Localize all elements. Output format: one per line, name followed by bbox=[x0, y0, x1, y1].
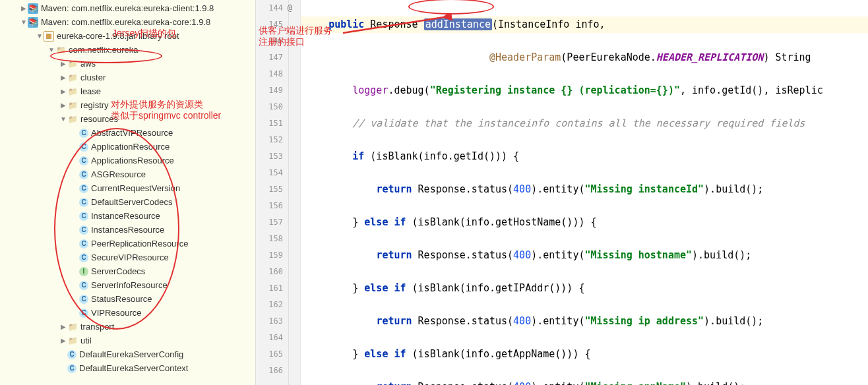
code-line[interactable]: return Response.status(400).entity("Miss… bbox=[301, 181, 868, 198]
tree-class[interactable]: CDefaultEurekaServerConfig bbox=[0, 347, 255, 361]
tree-lib[interactable]: ▶ Maven: com.netflix.eureka:eureka-clien… bbox=[0, 1, 255, 15]
code-line[interactable]: return Response.status(400).entity("Miss… bbox=[301, 313, 868, 330]
expand-arrow-icon[interactable]: ▶ bbox=[59, 323, 67, 330]
tree-package[interactable]: ▶aws bbox=[0, 57, 255, 71]
line-number: 164 bbox=[256, 330, 283, 346]
tree-label: ApplicationsResource bbox=[91, 156, 174, 165]
expand-arrow-icon[interactable]: ▼ bbox=[47, 46, 55, 53]
expand-arrow-icon[interactable]: ▼ bbox=[36, 32, 44, 40]
tree-label: VIPResource bbox=[91, 308, 142, 318]
package-icon bbox=[67, 100, 78, 111]
tree-jar[interactable]: ▼ eureka-core-1.9.8.jar library root bbox=[0, 29, 255, 43]
project-tree[interactable]: ▶ Maven: com.netflix.eureka:eureka-clien… bbox=[0, 0, 256, 385]
class-icon: C bbox=[79, 170, 88, 179]
package-icon bbox=[55, 45, 66, 55]
highlighted-method: addInstance bbox=[424, 18, 492, 30]
code-editor[interactable]: 144@145146147148149150151152153154155156… bbox=[256, 0, 868, 385]
tree-class[interactable]: CAbstractVIPResource bbox=[0, 126, 255, 140]
tree-class[interactable]: CPeerReplicationResource bbox=[0, 237, 255, 251]
code-line[interactable]: } else if (isBlank(info.getHostName())) … bbox=[301, 214, 868, 231]
tree-label: ServerInfoResource bbox=[91, 280, 168, 290]
line-number: 151 bbox=[256, 115, 283, 132]
tree-label: resources bbox=[80, 114, 118, 124]
tree-label: DefaultServerCodecs bbox=[91, 197, 173, 207]
tree-package[interactable]: ▼resources bbox=[0, 112, 255, 126]
tree-package[interactable]: ▶registry bbox=[0, 98, 255, 112]
tree-class[interactable]: CApplicationsResource bbox=[0, 154, 255, 167]
tree-class[interactable]: CCurrentRequestVersion bbox=[0, 181, 255, 195]
package-icon bbox=[67, 73, 78, 83]
code-line[interactable]: } else if (isBlank(info.getAppName())) { bbox=[301, 346, 868, 363]
code-line[interactable]: return Response.status(400).entity("Miss… bbox=[301, 247, 868, 264]
line-number: 152 bbox=[256, 132, 283, 148]
class-icon: C bbox=[67, 350, 77, 359]
package-icon bbox=[67, 114, 78, 125]
tree-label: AbstractVIPResource bbox=[91, 128, 173, 138]
tree-label: util bbox=[80, 336, 92, 345]
line-number: 159 bbox=[256, 247, 283, 264]
line-number: 155 bbox=[256, 181, 283, 198]
tree-class[interactable]: IServerCodecs bbox=[0, 264, 255, 278]
expand-arrow-icon[interactable]: ▶ bbox=[59, 102, 67, 109]
tree-label: PeerReplicationResource bbox=[91, 239, 188, 249]
tree-label: InstanceResource bbox=[91, 211, 160, 221]
line-number: 165 bbox=[256, 346, 283, 363]
line-number: 146 bbox=[256, 33, 283, 49]
override-gutter-icon[interactable]: @ bbox=[288, 0, 292, 16]
tree-label: eureka-core-1.9.8.jar library root bbox=[57, 31, 179, 41]
tree-class[interactable]: CStatusResource bbox=[0, 292, 255, 306]
expand-arrow-icon[interactable]: ▶ bbox=[59, 60, 67, 67]
class-icon: C bbox=[79, 253, 88, 262]
tree-package[interactable]: ▶cluster bbox=[0, 71, 255, 84]
expand-arrow-icon[interactable]: ▶ bbox=[20, 5, 28, 12]
line-number: 144@ bbox=[256, 0, 283, 16]
class-icon: C bbox=[79, 156, 88, 165]
expand-arrow-icon[interactable]: ▶ bbox=[59, 74, 67, 81]
tree-label: lease bbox=[80, 86, 101, 96]
code-line[interactable]: } else if (isBlank(info.getIPAddr())) { bbox=[301, 280, 868, 297]
class-icon: C bbox=[79, 295, 88, 304]
tree-class[interactable]: CSecureVIPResource bbox=[0, 251, 255, 264]
code-line[interactable]: logger.debug("Registering instance {} (r… bbox=[301, 82, 868, 99]
tree-class[interactable]: CInstancesResource bbox=[0, 223, 255, 237]
tree-package[interactable]: ▶transport bbox=[0, 320, 255, 334]
expand-arrow-icon[interactable]: ▼ bbox=[20, 18, 28, 26]
code-line[interactable]: // validate that the instanceinfo contai… bbox=[301, 115, 868, 132]
tree-class[interactable]: CDefaultEurekaServerContext bbox=[0, 361, 255, 375]
gutter-strip bbox=[289, 0, 301, 385]
tree-class[interactable]: CServerInfoResource bbox=[0, 278, 255, 292]
line-number: 161 bbox=[256, 280, 283, 297]
tree-label: ASGResource bbox=[91, 169, 146, 179]
code-line[interactable]: return Response.status(400).entity("Miss… bbox=[301, 379, 868, 385]
interface-icon: I bbox=[79, 267, 88, 276]
tree-label: StatusResource bbox=[91, 294, 152, 304]
code-area[interactable]: public Response addInstance(InstanceInfo… bbox=[301, 0, 868, 385]
class-icon: C bbox=[79, 239, 88, 249]
tree-package[interactable]: ▼ com.netflix.eureka bbox=[0, 43, 255, 57]
tree-label: Maven: com.netflix.eureka:eureka-core:1.… bbox=[41, 17, 210, 27]
tree-class[interactable]: CInstanceResource bbox=[0, 209, 255, 223]
expand-arrow-icon[interactable]: ▼ bbox=[59, 115, 67, 123]
line-number: 150 bbox=[256, 99, 283, 115]
code-line[interactable]: if (isBlank(info.getId())) { bbox=[301, 148, 868, 165]
tree-class[interactable]: CVIPResource bbox=[0, 306, 255, 320]
expand-arrow-icon[interactable]: ▶ bbox=[59, 337, 67, 344]
tree-class[interactable]: CDefaultServerCodecs bbox=[0, 195, 255, 209]
code-line[interactable]: public Response addInstance(InstanceInfo… bbox=[301, 16, 868, 33]
tree-label: Maven: com.netflix.eureka:eureka-client:… bbox=[41, 3, 214, 13]
package-icon bbox=[67, 322, 78, 332]
code-line[interactable]: @HeaderParam(PeerEurekaNode.HEADER_REPLI… bbox=[301, 49, 868, 66]
tree-label: cluster bbox=[80, 73, 106, 82]
tree-class[interactable]: CASGResource bbox=[0, 167, 255, 181]
tree-package[interactable]: ▶lease bbox=[0, 84, 255, 98]
tree-label: aws bbox=[80, 59, 96, 69]
tree-package[interactable]: ▶util bbox=[0, 334, 255, 347]
tree-label: transport bbox=[80, 322, 114, 332]
tree-label: ServerCodecs bbox=[91, 266, 145, 276]
line-number: 166 bbox=[256, 363, 283, 379]
expand-arrow-icon[interactable]: ▶ bbox=[59, 88, 67, 95]
tree-lib[interactable]: ▼ Maven: com.netflix.eureka:eureka-core:… bbox=[0, 15, 255, 29]
tree-class[interactable]: CApplicationResource bbox=[0, 140, 255, 154]
class-icon: C bbox=[79, 309, 88, 318]
line-number: 149 bbox=[256, 82, 283, 99]
